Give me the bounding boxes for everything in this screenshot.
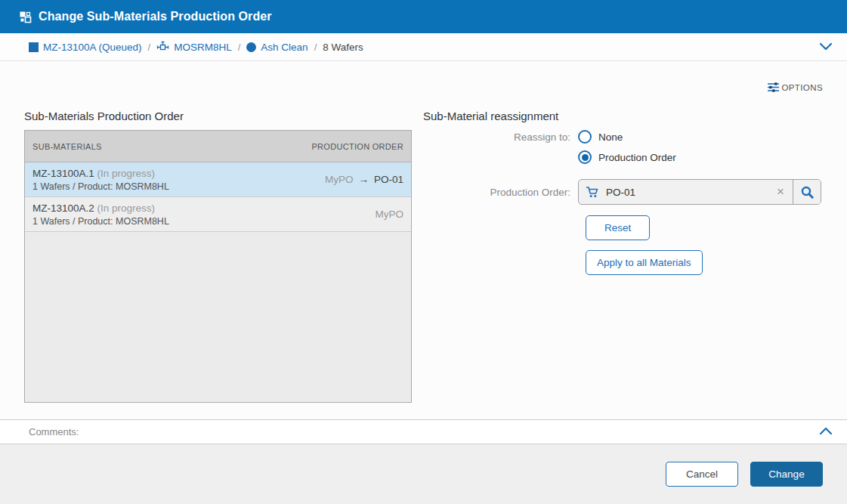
- apply-row: Apply to all Materials: [423, 250, 823, 275]
- reassign-radio-group: None Production Order: [578, 130, 676, 164]
- arrow-right-icon: →: [358, 174, 369, 185]
- breadcrumb-lot[interactable]: MZ-13100A (Queued): [29, 42, 142, 53]
- column-header-sub-materials: SUB-MATERIALS: [32, 142, 102, 151]
- material-id: MZ-13100A.2: [32, 203, 94, 214]
- title-bar: Change Sub-Materials Production Order: [0, 0, 847, 33]
- sub-materials-icon: [19, 11, 32, 23]
- breadcrumb-product[interactable]: MOSRM8HL: [156, 41, 232, 53]
- table-row[interactable]: MZ-13100A.1 (In progress) 1 Wafers / Pro…: [25, 162, 411, 197]
- breadcrumb: MZ-13100A (Queued) / MOSRM8HL / Ash Clea…: [0, 33, 847, 61]
- cancel-button[interactable]: Cancel: [666, 462, 738, 487]
- sub-materials-panel-title: Sub-Materials Production Order: [24, 110, 412, 122]
- dialog-title: Change Sub-Materials Production Order: [39, 10, 272, 23]
- breadcrumb-wafer-count: 8 Wafers: [323, 42, 363, 53]
- radio-production-order[interactable]: Production Order: [578, 150, 676, 164]
- options-sliders-icon: [767, 82, 780, 93]
- radio-none-label: None: [598, 131, 623, 143]
- sub-materials-table: SUB-MATERIALS PRODUCTION ORDER MZ-13100A…: [24, 130, 412, 403]
- reset-row: Reset: [423, 215, 823, 240]
- row-material-info: MZ-13100A.2 (In progress) 1 Wafers / Pro…: [32, 203, 169, 227]
- product-mask-icon: [156, 41, 169, 53]
- production-order-label: Production Order:: [423, 187, 578, 198]
- material-status: (In progress): [97, 168, 156, 179]
- change-button[interactable]: Change: [750, 462, 823, 487]
- step-status-icon: [246, 42, 256, 52]
- production-order-row: Production Order: PO-01 ×: [423, 179, 823, 205]
- breadcrumb-step[interactable]: Ash Clean: [246, 42, 308, 53]
- breadcrumb-expand-chevron-down-icon[interactable]: [818, 41, 833, 52]
- search-icon: [800, 185, 815, 199]
- reassign-to-label: Reassign to:: [423, 130, 578, 164]
- production-order-to: PO-01: [374, 174, 403, 185]
- breadcrumb-separator: /: [238, 42, 241, 53]
- apply-to-all-materials-button[interactable]: Apply to all Materials: [586, 250, 703, 275]
- breadcrumb-lot-link[interactable]: MZ-13100A (Queued): [43, 42, 142, 53]
- breadcrumb-step-link[interactable]: Ash Clean: [261, 42, 308, 53]
- reassign-to-row: Reassign to: None Production Order: [423, 130, 823, 164]
- cart-icon: [586, 186, 600, 199]
- reassignment-panel-title: Sub-Material reassignment: [423, 110, 823, 122]
- search-button[interactable]: [793, 179, 821, 205]
- options-button-label: OPTIONS: [781, 83, 823, 92]
- radio-none-circle-icon: [578, 130, 592, 144]
- material-status: (In progress): [97, 203, 156, 214]
- row-production-order: MyPO: [375, 209, 403, 220]
- comments-bar[interactable]: Comments:: [0, 419, 847, 444]
- clear-icon[interactable]: ×: [771, 185, 793, 199]
- material-detail: 1 Wafers / Product: MOSRM8HL: [32, 181, 169, 192]
- row-production-order: MyPO → PO-01: [325, 174, 403, 185]
- row-material-info: MZ-13100A.1 (In progress) 1 Wafers / Pro…: [32, 168, 169, 192]
- production-order-value: PO-01: [606, 187, 771, 198]
- options-button[interactable]: OPTIONS: [767, 82, 823, 93]
- breadcrumb-separator: /: [148, 42, 151, 53]
- options-row: OPTIONS: [24, 61, 823, 96]
- table-row[interactable]: MZ-13100A.2 (In progress) 1 Wafers / Pro…: [25, 197, 411, 232]
- table-header-row: SUB-MATERIALS PRODUCTION ORDER: [25, 131, 411, 162]
- breadcrumb-separator: /: [314, 42, 317, 53]
- reassignment-panel: Sub-Material reassignment Reassign to: N…: [412, 110, 823, 403]
- content-columns: Sub-Materials Production Order SUB-MATER…: [24, 110, 823, 403]
- table-empty-area: [25, 232, 411, 402]
- production-order-from: MyPO: [375, 209, 403, 220]
- radio-production-order-circle-icon: [578, 150, 592, 164]
- change-sub-materials-dialog: Change Sub-Materials Production Order MZ…: [0, 0, 847, 504]
- footer-action-bar: Cancel Change: [0, 444, 847, 504]
- reset-button[interactable]: Reset: [586, 215, 650, 240]
- production-order-from: MyPO: [325, 174, 354, 185]
- column-header-production-order: PRODUCTION ORDER: [311, 142, 403, 151]
- material-id: MZ-13100A.1: [32, 168, 94, 179]
- production-order-field[interactable]: PO-01 ×: [578, 179, 821, 205]
- main-content: OPTIONS Sub-Materials Production Order S…: [0, 61, 847, 419]
- sub-materials-panel: Sub-Materials Production Order SUB-MATER…: [24, 110, 412, 403]
- radio-production-order-label: Production Order: [598, 152, 676, 163]
- radio-none[interactable]: None: [578, 130, 676, 144]
- lot-icon: [29, 42, 39, 52]
- comments-label: Comments:: [29, 426, 79, 438]
- material-detail: 1 Wafers / Product: MOSRM8HL: [32, 216, 169, 227]
- comments-collapse-chevron-up-icon[interactable]: [818, 426, 833, 437]
- breadcrumb-product-link[interactable]: MOSRM8HL: [174, 42, 232, 53]
